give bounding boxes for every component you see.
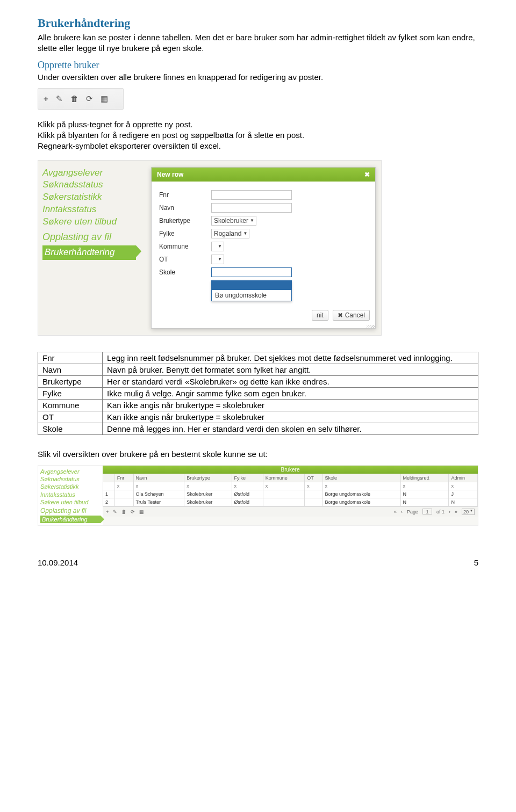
cancel-button[interactable]: ✖Cancel (333, 310, 370, 321)
pager-last-icon[interactable]: » (455, 509, 457, 514)
grid-cell: Skolebruker (184, 498, 232, 506)
plus-icon: + (44, 94, 48, 103)
navn-input[interactable] (211, 203, 292, 213)
grid-cell (305, 498, 322, 506)
kommune-select[interactable] (211, 242, 224, 251)
filter-cell[interactable]: x (232, 482, 263, 490)
nav-item: Inntaksstatus (40, 491, 101, 498)
col-header[interactable]: OT (305, 474, 322, 482)
def-val: Her er standard verdi «Skolebruker» og d… (103, 375, 478, 387)
grid-title: Brukere (103, 466, 478, 474)
close-icon[interactable]: ✖ (364, 171, 370, 178)
filter-cell[interactable]: x (322, 482, 400, 490)
intro-text: Alle brukere kan se poster i denne tabel… (38, 32, 478, 54)
sub-title: Opprette bruker (38, 60, 478, 71)
col-header[interactable]: Fylke (232, 474, 263, 482)
nav-item: Søkerstatistikk (40, 483, 101, 490)
nav-active: Brukerhåndtering (40, 516, 101, 523)
filter-cell[interactable]: x (114, 482, 133, 490)
overview-nav: Avgangselever Søknadsstatus Søkerstatist… (38, 466, 103, 525)
submit-button[interactable]: nit (312, 310, 328, 321)
grid-cell: Østfold (232, 498, 263, 506)
def-key: Fnr (38, 352, 103, 364)
grid-footer: + ✎ 🗑 ⟳ ▦ « ‹ Page 1 of 1 › » 20 (103, 506, 478, 517)
pager-page-input[interactable]: 1 (422, 509, 432, 514)
grid-cell: N (400, 498, 449, 506)
col-header[interactable]: Fnr (114, 474, 133, 482)
grid-cell: J (449, 490, 478, 498)
nav-item: Avgangselever (40, 468, 101, 475)
label-kommune: Kommune (159, 243, 205, 250)
users-grid: FnrNavnBrukertypeFylkeKommuneOTSkoleMeld… (103, 474, 478, 506)
def-key: Brukertype (38, 375, 103, 387)
pager-first-icon[interactable]: « (394, 509, 397, 514)
def-val: Ikke mulig å velge. Angir samme fylke so… (103, 387, 478, 399)
filter-cell[interactable]: x (400, 482, 449, 490)
excel-icon: ▦ (101, 94, 108, 104)
filter-cell[interactable]: x (449, 482, 478, 490)
instruction-3: Regneark-symbolet eksporterer oversikten… (38, 141, 478, 151)
col-header[interactable]: Admin (449, 474, 478, 482)
def-val: Denne må legges inn. Her er standard ver… (103, 423, 478, 434)
grid-cell (114, 490, 133, 498)
plus-icon[interactable]: + (106, 509, 109, 514)
instruction-2: Klikk på blyanten for å redigere en post… (38, 130, 478, 141)
modal-new-row: New row ✖ Fnr Navn BrukertypeSkolebruker… (151, 167, 376, 329)
grid-cell (263, 490, 305, 498)
dropdown-highlight[interactable] (212, 280, 291, 290)
filter-cell[interactable]: x (305, 482, 322, 490)
pager-page-label: Page (407, 509, 418, 514)
def-key: OT (38, 411, 103, 423)
grid-cell: Borge ungdomsskole (322, 498, 400, 506)
col-header[interactable]: Navn (133, 474, 184, 482)
col-header[interactable]: Skole (322, 474, 400, 482)
nav-item: Inntaksstatus (42, 204, 136, 216)
skole-dropdown[interactable]: Bø ungdomsskole (211, 280, 292, 301)
label-skole: Skole (159, 269, 205, 276)
nav-item: Søkere uten tilbud (42, 216, 136, 228)
col-header[interactable]: Brukertype (184, 474, 232, 482)
grid-cell: N (400, 490, 449, 498)
def-val: Kan ikke angis når brukertype = skolebru… (103, 399, 478, 411)
pencil-icon: ✎ (56, 94, 63, 104)
sub-intro: Under oversikten over alle brukere finne… (38, 72, 478, 83)
nav-active: Brukerhåndtering (42, 245, 136, 260)
skole-input[interactable] (211, 267, 292, 277)
def-val: Navn på bruker. Benytt det formatet som … (103, 364, 478, 375)
grid-cell: Østfold (232, 490, 263, 498)
instruction-1: Klikk på pluss-tegnet for å opprette ny … (38, 119, 478, 130)
screenshot-nav: Avgangselever Søknadsstatus Søkerstatist… (38, 161, 140, 335)
pager-next-icon[interactable]: › (449, 509, 450, 514)
col-header[interactable]: Kommune (263, 474, 305, 482)
excel-icon[interactable]: ▦ (139, 509, 144, 514)
nav-item: Søknadsstatus (40, 475, 101, 483)
ot-select[interactable] (211, 255, 224, 264)
filter-cell[interactable]: x (263, 482, 305, 490)
grid-cell (114, 498, 133, 506)
grid-cell: Borge ungdomsskole (322, 490, 400, 498)
pager-size-select[interactable]: 20 (462, 509, 475, 515)
def-val: Kan ikke angis når brukertype = skolebru… (103, 411, 478, 423)
trash-icon[interactable]: 🗑 (121, 509, 126, 514)
pager-prev-icon[interactable]: ‹ (401, 509, 403, 514)
fylke-select[interactable]: Rogaland (211, 229, 249, 238)
def-key: Navn (38, 364, 103, 375)
footer-date: 10.09.2014 (38, 558, 78, 567)
dropdown-option[interactable]: Bø ungdomsskole (212, 290, 291, 301)
overview-screenshot: Avgangselever Søknadsstatus Søkerstatist… (38, 465, 478, 526)
refresh-icon[interactable]: ⟳ (131, 509, 135, 514)
modal-title: New row (157, 171, 183, 178)
resize-handle-icon (367, 325, 375, 328)
footer-page: 5 (474, 558, 478, 567)
filter-cell[interactable]: x (133, 482, 184, 490)
def-key: Kommune (38, 399, 103, 411)
col-header[interactable]: Meldingsrett (400, 474, 449, 482)
new-row-screenshot: Avgangselever Søknadsstatus Søkerstatist… (38, 160, 382, 336)
def-key: Fylke (38, 387, 103, 399)
label-navn: Navn (159, 204, 205, 212)
filter-cell[interactable]: x (184, 482, 232, 490)
nav-section: Opplasting av fil (42, 230, 136, 243)
fnr-input[interactable] (211, 190, 292, 200)
pencil-icon[interactable]: ✎ (113, 509, 117, 514)
brukertype-select[interactable]: Skolebruker (211, 216, 256, 226)
